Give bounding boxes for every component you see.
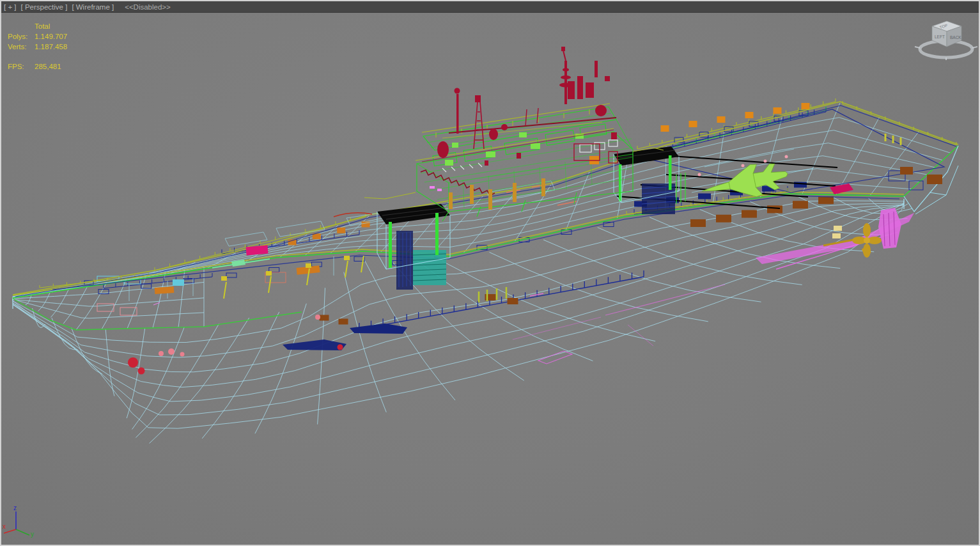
statistics-overlay: Total Polys: 1.149.707 Verts: 1.187.458 … xyxy=(8,21,67,72)
deck-edge-antennas xyxy=(221,256,506,302)
viewcube-left-label: LEFT xyxy=(935,35,945,39)
axis-tripod: x y z xyxy=(3,504,34,538)
viewport-menu-shading[interactable]: [ Wireframe ] xyxy=(72,3,114,11)
viewport-menu-general[interactable]: [ + ] xyxy=(4,3,17,11)
y-axis-label: y xyxy=(31,531,34,538)
stats-verts-label: Verts: xyxy=(8,42,35,52)
viewcube[interactable]: TOP LEFT BACK xyxy=(915,21,977,60)
viewcube-right-label: BACK xyxy=(950,35,961,40)
deck-elevator-tower-2[interactable] xyxy=(614,146,685,214)
y-axis-line xyxy=(16,529,29,535)
viewport-status-label: <<Disabled>> xyxy=(125,3,171,11)
stats-fps-label: FPS: xyxy=(8,61,35,72)
ship-hull-mesh[interactable] xyxy=(13,196,912,443)
island-filled-blocks xyxy=(445,132,584,166)
viewport-menu-pov[interactable]: [ Perspective ] xyxy=(21,3,68,11)
stats-total-header: Total xyxy=(35,21,50,31)
viewport-frame: [ + ] [ Perspective ] [ Wireframe ] <<Di… xyxy=(0,0,980,546)
stats-polys-value: 1.149.707 xyxy=(35,31,67,42)
deck-structures-cyan xyxy=(129,149,813,301)
generated-deck-details xyxy=(40,98,956,329)
scene-wireframe-model[interactable]: x y z TOP LEFT BACK xyxy=(1,13,979,545)
stats-polys-label: Polys: xyxy=(8,31,35,42)
viewport-label-bar: [ + ] [ Perspective ] [ Wireframe ] <<Di… xyxy=(1,1,979,13)
propeller-icon xyxy=(852,223,882,258)
x-axis-label: x xyxy=(3,523,6,530)
island-masts xyxy=(437,47,618,166)
stats-fps-value: 285,481 xyxy=(35,61,61,72)
stats-verts-value: 1.187.458 xyxy=(35,42,67,52)
z-axis-label: z xyxy=(13,504,17,511)
viewport-canvas[interactable]: x y z TOP LEFT BACK Total Pol xyxy=(1,13,979,545)
